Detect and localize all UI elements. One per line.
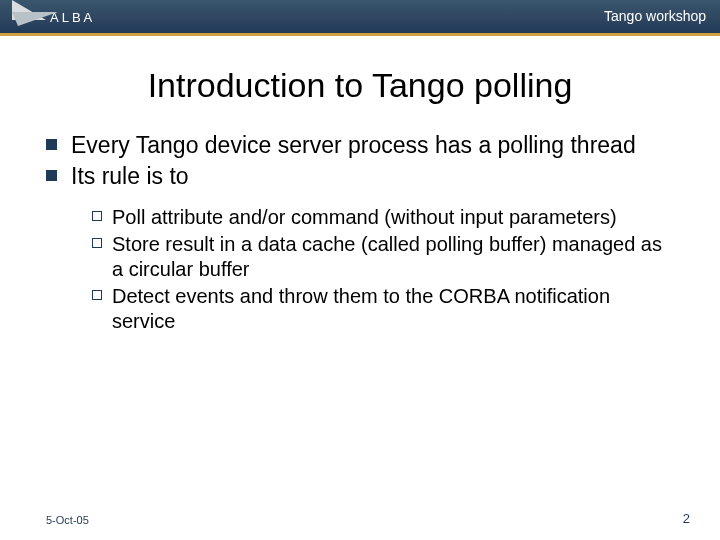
bullet-level1: Every Tango device server process has a … [46, 131, 674, 160]
footer-page-number: 2 [683, 511, 690, 526]
bullet-level1: Its rule is to [46, 162, 674, 191]
bullet-level2: Poll attribute and/or command (without i… [92, 205, 674, 230]
square-bullet-filled-icon [46, 170, 57, 181]
bullet-level2: Detect events and throw them to the CORB… [92, 284, 674, 334]
sub-bullet-group: Poll attribute and/or command (without i… [92, 205, 674, 334]
slide-title: Introduction to Tango polling [0, 66, 720, 105]
bullet-level2: Store result in a data cache (called pol… [92, 232, 674, 282]
slide-body: Every Tango device server process has a … [46, 131, 674, 334]
square-bullet-hollow-icon [92, 211, 102, 221]
square-bullet-hollow-icon [92, 238, 102, 248]
sub-bullet-text: Detect events and throw them to the CORB… [112, 284, 674, 334]
logo-text: ALBA [50, 10, 95, 25]
square-bullet-hollow-icon [92, 290, 102, 300]
footer-date: 5-Oct-05 [46, 514, 89, 526]
bullet-text: Its rule is to [71, 162, 189, 191]
header-bar: ALBA Tango workshop [0, 0, 720, 36]
sub-bullet-text: Poll attribute and/or command (without i… [112, 205, 617, 230]
slide: ALBA Tango workshop Introduction to Tang… [0, 0, 720, 540]
bullet-text: Every Tango device server process has a … [71, 131, 636, 160]
square-bullet-filled-icon [46, 139, 57, 150]
sub-bullet-text: Store result in a data cache (called pol… [112, 232, 674, 282]
header-workshop-title: Tango workshop [604, 8, 706, 24]
logo: ALBA [0, 0, 130, 38]
